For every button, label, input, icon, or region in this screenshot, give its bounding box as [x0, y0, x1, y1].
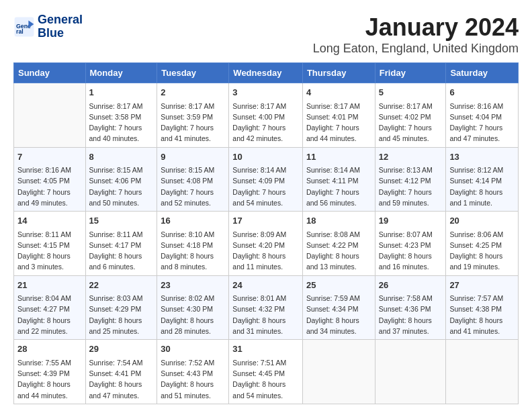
day-info: Sunrise: 8:06 AM Sunset: 4:25 PM Dayligh…: [449, 229, 515, 273]
day-info: Sunrise: 8:14 AM Sunset: 4:09 PM Dayligh…: [232, 165, 299, 208]
col-tuesday: Tuesday: [157, 63, 229, 83]
day-cell: 9Sunrise: 8:15 AM Sunset: 4:08 PM Daylig…: [157, 147, 229, 212]
day-number: 11: [306, 150, 371, 164]
day-info: Sunrise: 8:17 AM Sunset: 3:59 PM Dayligh…: [161, 101, 225, 144]
day-cell: [14, 83, 86, 148]
day-cell: 5Sunrise: 8:17 AM Sunset: 4:02 PM Daylig…: [375, 83, 446, 148]
day-info: Sunrise: 7:55 AM Sunset: 4:39 PM Dayligh…: [17, 357, 82, 401]
day-info: Sunrise: 8:11 AM Sunset: 4:17 PM Dayligh…: [89, 229, 154, 273]
day-number: 16: [161, 214, 225, 228]
day-info: Sunrise: 8:08 AM Sunset: 4:22 PM Dayligh…: [306, 229, 371, 273]
day-cell: 15Sunrise: 8:11 AM Sunset: 4:17 PM Dayli…: [85, 212, 157, 276]
svg-text:ral: ral: [16, 28, 24, 35]
day-cell: 6Sunrise: 8:16 AM Sunset: 4:04 PM Daylig…: [446, 83, 519, 148]
day-info: Sunrise: 8:07 AM Sunset: 4:23 PM Dayligh…: [379, 229, 443, 273]
day-info: Sunrise: 8:03 AM Sunset: 4:29 PM Dayligh…: [89, 293, 154, 336]
day-cell: 27Sunrise: 7:57 AM Sunset: 4:38 PM Dayli…: [446, 275, 519, 340]
day-number: 22: [89, 279, 154, 292]
logo-line1: General: [38, 13, 83, 27]
day-number: 26: [379, 279, 443, 292]
day-number: 9: [161, 150, 225, 164]
col-wednesday: Wednesday: [229, 63, 303, 83]
day-info: Sunrise: 8:17 AM Sunset: 4:01 PM Dayligh…: [306, 101, 371, 144]
day-number: 24: [232, 279, 299, 292]
day-cell: 24Sunrise: 8:01 AM Sunset: 4:32 PM Dayli…: [229, 275, 303, 340]
day-cell: 25Sunrise: 7:59 AM Sunset: 4:34 PM Dayli…: [302, 275, 375, 340]
day-cell: 11Sunrise: 8:14 AM Sunset: 4:11 PM Dayli…: [302, 147, 375, 212]
day-number: 4: [306, 86, 371, 99]
col-sunday: Sunday: [14, 63, 86, 83]
day-cell: 26Sunrise: 7:58 AM Sunset: 4:36 PM Dayli…: [375, 275, 446, 340]
day-number: 13: [449, 150, 515, 164]
col-saturday: Saturday: [446, 63, 519, 83]
day-cell: [375, 340, 446, 404]
week-row-2: 7Sunrise: 8:16 AM Sunset: 4:05 PM Daylig…: [14, 147, 519, 212]
day-number: 8: [89, 150, 154, 164]
day-info: Sunrise: 8:16 AM Sunset: 4:05 PM Dayligh…: [17, 165, 82, 208]
week-row-3: 14Sunrise: 8:11 AM Sunset: 4:15 PM Dayli…: [14, 212, 519, 276]
day-cell: 21Sunrise: 8:04 AM Sunset: 4:27 PM Dayli…: [14, 275, 86, 340]
day-info: Sunrise: 8:11 AM Sunset: 4:15 PM Dayligh…: [17, 229, 82, 273]
logo: Gene ral General Blue: [13, 13, 83, 40]
day-info: Sunrise: 7:54 AM Sunset: 4:41 PM Dayligh…: [89, 357, 154, 401]
day-info: Sunrise: 8:17 AM Sunset: 3:58 PM Dayligh…: [89, 101, 154, 144]
day-info: Sunrise: 8:10 AM Sunset: 4:18 PM Dayligh…: [161, 229, 225, 273]
day-number: 15: [89, 214, 154, 228]
day-cell: 13Sunrise: 8:12 AM Sunset: 4:14 PM Dayli…: [446, 147, 519, 212]
day-number: 28: [17, 342, 82, 356]
week-row-4: 21Sunrise: 8:04 AM Sunset: 4:27 PM Dayli…: [14, 275, 519, 340]
logo-line2: Blue: [38, 27, 83, 40]
day-info: Sunrise: 7:59 AM Sunset: 4:34 PM Dayligh…: [306, 293, 371, 336]
col-monday: Monday: [85, 63, 157, 83]
location: Long Eaton, England, United Kingdom: [313, 42, 519, 56]
day-cell: 10Sunrise: 8:14 AM Sunset: 4:09 PM Dayli…: [229, 147, 303, 212]
day-number: 25: [306, 279, 371, 292]
day-cell: [302, 340, 375, 404]
day-info: Sunrise: 8:12 AM Sunset: 4:14 PM Dayligh…: [449, 165, 515, 208]
day-cell: 7Sunrise: 8:16 AM Sunset: 4:05 PM Daylig…: [14, 147, 86, 212]
day-number: 20: [449, 214, 515, 228]
day-cell: 22Sunrise: 8:03 AM Sunset: 4:29 PM Dayli…: [85, 275, 157, 340]
day-cell: [446, 340, 519, 404]
title-block: January 2024 Long Eaton, England, United…: [313, 13, 519, 56]
day-cell: 14Sunrise: 8:11 AM Sunset: 4:15 PM Dayli…: [14, 212, 86, 276]
day-cell: 19Sunrise: 8:07 AM Sunset: 4:23 PM Dayli…: [375, 212, 446, 276]
col-thursday: Thursday: [302, 63, 375, 83]
page-header: Gene ral General Blue January 2024 Long …: [13, 13, 519, 56]
day-number: 23: [161, 279, 225, 292]
week-row-1: 1Sunrise: 8:17 AM Sunset: 3:58 PM Daylig…: [14, 83, 519, 148]
day-info: Sunrise: 7:51 AM Sunset: 4:45 PM Dayligh…: [232, 357, 299, 401]
day-number: 18: [306, 214, 371, 228]
logo-text: General Blue: [38, 13, 83, 40]
day-info: Sunrise: 8:04 AM Sunset: 4:27 PM Dayligh…: [17, 293, 82, 336]
day-number: 3: [232, 86, 299, 99]
day-info: Sunrise: 8:17 AM Sunset: 4:02 PM Dayligh…: [379, 101, 443, 144]
day-cell: 20Sunrise: 8:06 AM Sunset: 4:25 PM Dayli…: [446, 212, 519, 276]
day-info: Sunrise: 8:15 AM Sunset: 4:08 PM Dayligh…: [161, 165, 225, 208]
day-info: Sunrise: 8:01 AM Sunset: 4:32 PM Dayligh…: [232, 293, 299, 336]
day-cell: 17Sunrise: 8:09 AM Sunset: 4:20 PM Dayli…: [229, 212, 303, 276]
logo-icon: Gene ral: [13, 16, 35, 38]
day-cell: 1Sunrise: 8:17 AM Sunset: 3:58 PM Daylig…: [85, 83, 157, 148]
day-info: Sunrise: 8:17 AM Sunset: 4:00 PM Dayligh…: [232, 101, 299, 144]
day-info: Sunrise: 7:52 AM Sunset: 4:43 PM Dayligh…: [161, 357, 225, 401]
day-number: 10: [232, 150, 299, 164]
day-cell: 12Sunrise: 8:13 AM Sunset: 4:12 PM Dayli…: [375, 147, 446, 212]
day-info: Sunrise: 7:58 AM Sunset: 4:36 PM Dayligh…: [379, 293, 443, 336]
day-number: 14: [17, 214, 82, 228]
calendar-table: SundayMondayTuesdayWednesdayThursdayFrid…: [13, 62, 519, 404]
day-number: 17: [232, 214, 299, 228]
day-cell: 3Sunrise: 8:17 AM Sunset: 4:00 PM Daylig…: [229, 83, 303, 148]
day-number: 12: [379, 150, 443, 164]
day-info: Sunrise: 8:15 AM Sunset: 4:06 PM Dayligh…: [89, 165, 154, 208]
day-info: Sunrise: 8:09 AM Sunset: 4:20 PM Dayligh…: [232, 229, 299, 273]
day-cell: 31Sunrise: 7:51 AM Sunset: 4:45 PM Dayli…: [229, 340, 303, 404]
day-number: 21: [17, 279, 82, 292]
day-cell: 18Sunrise: 8:08 AM Sunset: 4:22 PM Dayli…: [302, 212, 375, 276]
day-number: 31: [232, 342, 299, 356]
day-number: 7: [17, 150, 82, 164]
column-headers: SundayMondayTuesdayWednesdayThursdayFrid…: [14, 63, 519, 83]
month-title: January 2024: [313, 13, 519, 42]
day-info: Sunrise: 8:13 AM Sunset: 4:12 PM Dayligh…: [379, 165, 443, 208]
day-number: 6: [449, 86, 515, 99]
